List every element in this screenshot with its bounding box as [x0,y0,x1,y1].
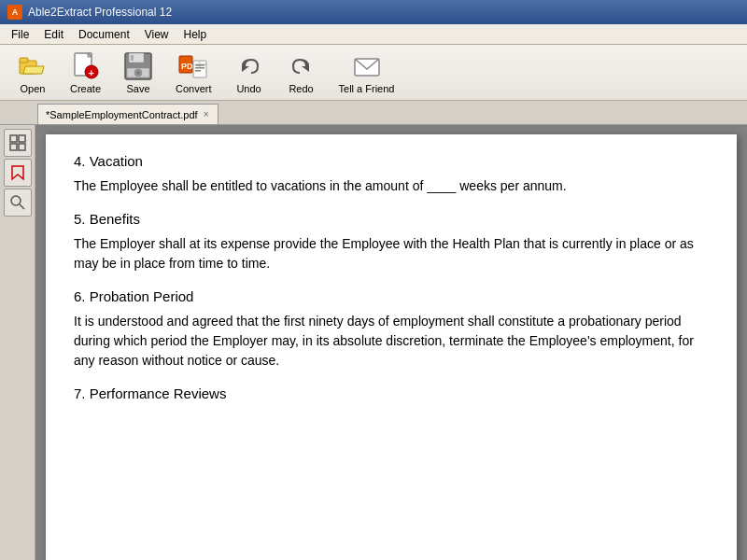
left-panel [0,125,35,560]
tab-label: *SampleEmploymentContract.pdf [46,109,198,120]
svg-rect-22 [19,144,25,150]
undo-label: Undo [236,83,261,94]
menu-view[interactable]: View [137,26,176,43]
para-benefits: The Employer shall at its expense provid… [74,234,709,273]
create-button[interactable]: + Create [60,49,111,97]
save-icon [123,51,153,81]
menu-file[interactable]: File [4,26,36,43]
svg-rect-19 [10,135,17,142]
convert-icon: PDF [178,51,208,81]
svg-marker-2 [23,66,44,74]
save-button[interactable]: Save [113,49,163,97]
save-label: Save [126,83,149,94]
svg-rect-14 [193,61,206,77]
section-probation: 6. Probation Period It is understood and… [74,288,709,371]
svg-rect-1 [20,58,28,63]
redo-label: Redo [289,83,313,94]
open-icon [18,51,48,81]
redo-icon [287,51,317,81]
svg-rect-17 [195,70,201,72]
svg-rect-8 [131,55,134,61]
convert-label: Convert [176,83,212,94]
svg-point-11 [136,71,140,75]
panel-search-button[interactable] [4,189,32,217]
para-probation: It is understood and agreed that the fir… [74,312,709,371]
menu-bar: File Edit Document View Help [0,24,747,45]
tell-friend-icon [352,51,382,81]
main-area: 4. Vacation The Employee shall be entitl… [0,125,747,560]
app-icon: A [7,5,22,20]
svg-line-25 [20,204,24,209]
redo-button[interactable]: Redo [276,49,327,97]
tell-friend-button[interactable]: Tell a Friend [329,49,405,97]
section-vacation: 4. Vacation The Employee shall be entitl… [74,153,709,196]
convert-button[interactable]: PDF Convert [165,49,222,97]
tab-bar: *SampleEmploymentContract.pdf × [0,101,747,125]
tell-friend-label: Tell a Friend [339,83,395,94]
menu-edit[interactable]: Edit [36,26,71,43]
doc-area[interactable]: 4. Vacation The Employee shall be entitl… [35,125,747,560]
svg-rect-15 [195,64,204,66]
document-tab[interactable]: *SampleEmploymentContract.pdf × [37,104,218,124]
menu-help[interactable]: Help [176,26,215,43]
title-bar-text: Able2Extract Professional 12 [28,6,172,19]
panel-grid-button[interactable] [4,129,32,157]
svg-rect-20 [19,135,25,142]
svg-rect-21 [10,144,17,150]
doc-page: 4. Vacation The Employee shall be entitl… [46,134,737,560]
heading-vacation: 4. Vacation [74,153,709,169]
open-button[interactable]: Open [7,49,58,97]
svg-text:+: + [88,67,93,78]
tab-close-button[interactable]: × [202,109,211,119]
undo-button[interactable]: Undo [224,49,275,97]
create-label: Create [70,83,101,94]
open-label: Open [21,83,46,94]
svg-point-24 [11,196,21,205]
heading-probation: 6. Probation Period [74,288,709,304]
para-vacation: The Employee shall be entitled to vacati… [74,176,709,196]
section-benefits: 5. Benefits The Employer shall at its ex… [74,211,709,273]
toolbar: Open + Create Save [0,45,747,101]
panel-bookmark-button[interactable] [4,159,32,187]
heading-benefits: 5. Benefits [74,211,709,227]
heading-performance: 7. Performance Reviews [74,385,709,401]
title-bar: A Able2Extract Professional 12 [0,0,747,24]
menu-document[interactable]: Document [71,26,137,43]
undo-icon [234,51,264,81]
create-icon: + [71,51,101,81]
section-performance: 7. Performance Reviews [74,385,709,401]
svg-marker-23 [12,166,23,179]
svg-rect-16 [195,67,204,69]
